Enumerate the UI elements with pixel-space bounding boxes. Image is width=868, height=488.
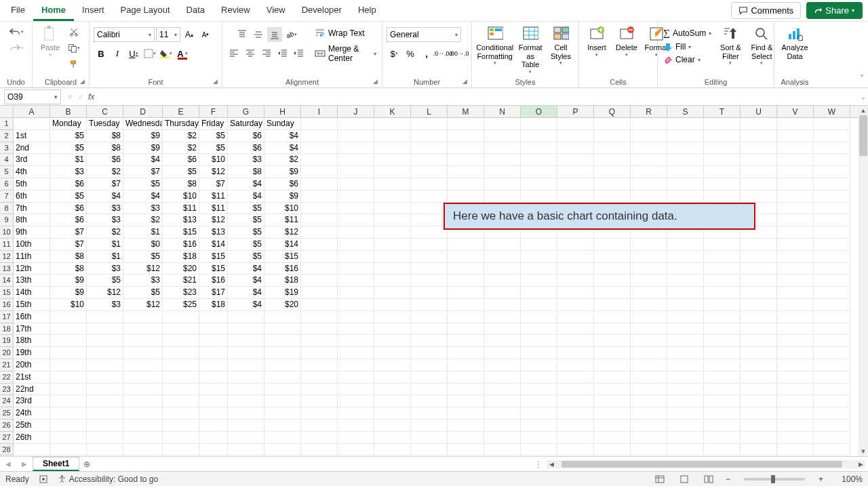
cell[interactable]: [557, 311, 594, 323]
cell[interactable]: [521, 311, 557, 323]
cell[interactable]: [814, 287, 850, 299]
cell[interactable]: [87, 420, 123, 432]
cell[interactable]: [411, 251, 448, 263]
cell[interactable]: [521, 299, 557, 311]
cell[interactable]: [374, 239, 411, 251]
cell[interactable]: [631, 395, 667, 407]
cell[interactable]: [741, 130, 777, 142]
cell[interactable]: [777, 263, 814, 275]
zoom-slider[interactable]: [744, 478, 805, 481]
redo-button[interactable]: ▾: [6, 41, 26, 56]
cell[interactable]: [448, 407, 484, 420]
cell[interactable]: [667, 420, 704, 432]
cell[interactable]: [777, 203, 814, 215]
column-header[interactable]: J: [338, 106, 374, 117]
cell[interactable]: [557, 395, 594, 407]
cell[interactable]: [704, 395, 741, 407]
cell[interactable]: $2: [264, 154, 301, 166]
cell[interactable]: [667, 335, 704, 347]
row-header[interactable]: 17: [0, 311, 14, 323]
cell[interactable]: $7: [50, 226, 87, 239]
cell[interactable]: [667, 407, 704, 420]
cell[interactable]: [87, 323, 123, 336]
cell[interactable]: [448, 347, 484, 359]
delete-cells-button[interactable]: Delete▾: [613, 24, 640, 59]
cell[interactable]: [338, 420, 374, 432]
cell[interactable]: [667, 178, 704, 190]
cell[interactable]: [777, 311, 814, 323]
column-header[interactable]: M: [448, 106, 484, 117]
cell[interactable]: $5: [163, 166, 199, 178]
align-middle-button[interactable]: [251, 27, 266, 42]
cell[interactable]: [228, 323, 264, 336]
cell[interactable]: [741, 384, 777, 396]
cell[interactable]: 8th: [14, 214, 50, 226]
row-header[interactable]: 11: [0, 239, 14, 251]
cell[interactable]: [301, 347, 338, 359]
cell[interactable]: [50, 371, 87, 384]
cell[interactable]: [631, 335, 667, 347]
cell[interactable]: $5: [199, 130, 228, 142]
cell[interactable]: $7: [199, 178, 228, 190]
align-top-button[interactable]: [235, 27, 250, 42]
cell[interactable]: 26th: [14, 432, 50, 444]
cancel-formula-button[interactable]: ✕: [66, 92, 73, 102]
cell[interactable]: [411, 444, 448, 456]
cell[interactable]: [411, 335, 448, 347]
cell[interactable]: [163, 444, 199, 456]
cell[interactable]: [301, 359, 338, 371]
borders-button[interactable]: ▾: [142, 46, 157, 61]
cell[interactable]: [594, 407, 631, 420]
cell[interactable]: [594, 371, 631, 384]
cell[interactable]: $6: [163, 154, 199, 166]
spreadsheet-grid[interactable]: ABCDEFGHIJKLMNOPQRSTUVW 1MondayTuesdayWe…: [0, 106, 868, 456]
cell[interactable]: $5: [228, 203, 264, 215]
collapse-ribbon-button[interactable]: ˅: [860, 74, 864, 83]
cell[interactable]: [411, 142, 448, 155]
cell[interactable]: [521, 407, 557, 420]
hscroll-thumb[interactable]: [561, 461, 842, 468]
cell[interactable]: [741, 335, 777, 347]
cell[interactable]: [338, 371, 374, 384]
row-header[interactable]: 4: [0, 154, 14, 166]
cell[interactable]: [484, 263, 521, 275]
cell[interactable]: [301, 178, 338, 190]
cell[interactable]: [631, 239, 667, 251]
cell[interactable]: $20: [163, 263, 199, 275]
cell[interactable]: [50, 432, 87, 444]
cell[interactable]: [374, 251, 411, 263]
cell[interactable]: [777, 384, 814, 396]
decrease-decimal-button[interactable]: .00→.0: [452, 46, 467, 61]
cell[interactable]: [557, 142, 594, 155]
cell[interactable]: [814, 142, 850, 155]
cell[interactable]: [163, 335, 199, 347]
cell[interactable]: [704, 444, 741, 456]
cell[interactable]: [448, 323, 484, 336]
format-painter-button[interactable]: [66, 57, 81, 72]
cell[interactable]: [448, 130, 484, 142]
cell[interactable]: Saturday: [228, 118, 264, 130]
row-header[interactable]: 8: [0, 203, 14, 215]
cell[interactable]: $9: [123, 130, 163, 142]
cell[interactable]: [87, 347, 123, 359]
cell[interactable]: [557, 287, 594, 299]
cell[interactable]: [484, 347, 521, 359]
cell[interactable]: $3: [50, 166, 87, 178]
cell[interactable]: [301, 203, 338, 215]
cell[interactable]: $18: [199, 299, 228, 311]
cell[interactable]: [163, 371, 199, 384]
cell[interactable]: $4: [228, 274, 264, 287]
cell[interactable]: [199, 335, 228, 347]
cell[interactable]: [199, 371, 228, 384]
row-header[interactable]: 22: [0, 371, 14, 384]
cell[interactable]: [228, 335, 264, 347]
cell[interactable]: [741, 263, 777, 275]
cell[interactable]: $5: [123, 251, 163, 263]
cell[interactable]: [411, 420, 448, 432]
cell[interactable]: [667, 359, 704, 371]
cell[interactable]: $11: [199, 190, 228, 203]
cell[interactable]: [338, 287, 374, 299]
cell[interactable]: [338, 190, 374, 203]
cell[interactable]: 6th: [14, 190, 50, 203]
cell[interactable]: [411, 274, 448, 287]
